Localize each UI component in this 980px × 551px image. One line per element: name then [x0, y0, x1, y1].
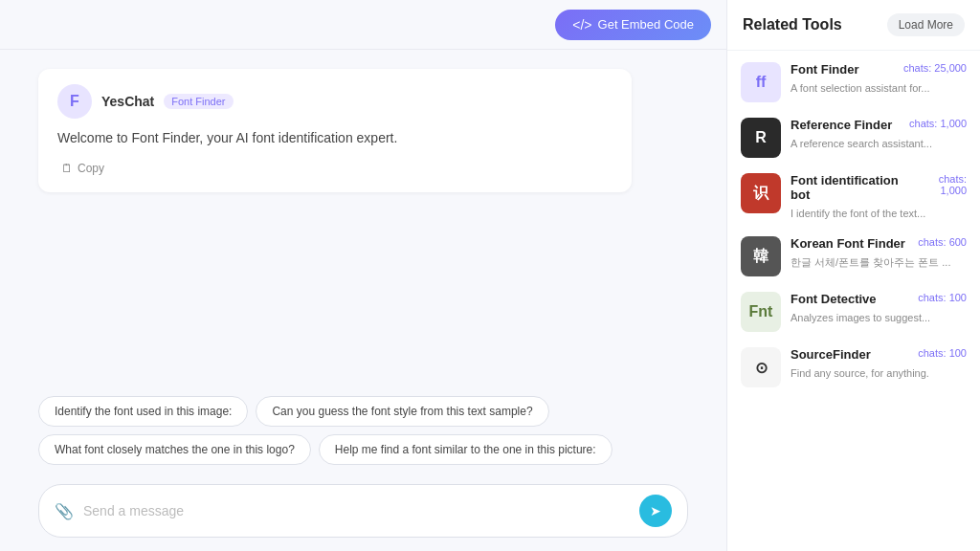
input-box: 📎 ➤	[38, 484, 688, 538]
tool-chats-4: chats: 100	[918, 292, 967, 303]
tool-desc-5: Find any source, for anything.	[791, 367, 929, 379]
suggestion-chip-2-label: What font closely matches the one in thi…	[55, 443, 295, 456]
tool-info-1: Reference Finder chats: 1,000 A referenc…	[791, 118, 967, 151]
tool-desc-1: A reference search assistant...	[791, 138, 932, 149]
tool-name-2: Font identification bot	[791, 173, 913, 202]
tool-avatar-1: R	[741, 118, 781, 158]
copy-button[interactable]: 🗒 Copy	[57, 160, 108, 177]
tool-chats-0: chats: 25,000	[903, 62, 967, 74]
tool-info-0: Font Finder chats: 25,000 A font selecti…	[791, 62, 967, 96]
sidebar-header: Related Tools Load More	[727, 0, 980, 51]
suggestions-area: Identify the font used in this image: Ca…	[0, 386, 726, 474]
tool-desc-0: A font selection assistant for...	[791, 82, 930, 94]
suggestion-chip-1-label: Can you guess the font style from this t…	[272, 405, 532, 418]
tool-desc-2: I identify the font of the text...	[791, 208, 925, 219]
tool-avatar-2: 识	[741, 173, 781, 213]
tool-info-2: Font identification bot chats: 1,000 I i…	[791, 173, 967, 221]
suggestion-chip-1[interactable]: Can you guess the font style from this t…	[256, 396, 548, 427]
send-button[interactable]: ➤	[639, 495, 672, 527]
embed-code-button[interactable]: </> Get Embed Code	[555, 10, 711, 40]
top-bar: </> Get Embed Code	[0, 0, 726, 50]
suggestion-chip-0[interactable]: Identify the font used in this image:	[38, 396, 248, 427]
load-more-button[interactable]: Load More	[887, 13, 965, 36]
welcome-message-block: F YesChat Font Finder Welcome to Font Fi…	[38, 69, 632, 192]
copy-label: Copy	[78, 162, 104, 175]
tool-item-5[interactable]: ⊙ SourceFinder chats: 100 Find any sourc…	[727, 340, 980, 395]
bot-name-tag: Font Finder	[164, 94, 233, 109]
tool-avatar-3: 韓	[741, 236, 781, 276]
tool-info-3: Korean Font Finder chats: 600 한글 서체/폰트를 …	[791, 236, 967, 270]
tool-item-4[interactable]: Fnt Font Detective chats: 100 Analyzes i…	[727, 284, 980, 340]
embed-button-label: Get Embed Code	[598, 17, 694, 32]
chat-container: F YesChat Font Finder Welcome to Font Fi…	[0, 50, 726, 386]
tool-item-2[interactable]: 识 Font identification bot chats: 1,000 I…	[727, 165, 980, 229]
send-icon: ➤	[650, 503, 661, 518]
tool-chats-2: chats: 1,000	[913, 173, 967, 196]
tool-name-0: Font Finder	[791, 62, 859, 77]
tool-chats-3: chats: 600	[918, 236, 967, 248]
suggestion-chip-0-label: Identify the font used in this image:	[55, 405, 232, 418]
tool-chats-5: chats: 100	[918, 347, 967, 359]
bot-avatar: F	[57, 84, 92, 119]
tool-info-4: Font Detective chats: 100 Analyzes image…	[791, 292, 967, 325]
suggestion-chip-3[interactable]: Help me find a font similar to the one i…	[319, 434, 612, 465]
sidebar-title: Related Tools	[743, 16, 842, 33]
suggestion-chip-2[interactable]: What font closely matches the one in thi…	[38, 434, 311, 465]
bot-platform-name: YesChat	[101, 94, 154, 109]
suggestion-chip-3-label: Help me find a font similar to the one i…	[335, 443, 596, 456]
copy-icon: 🗒	[61, 162, 73, 175]
tool-item-1[interactable]: R Reference Finder chats: 1,000 A refere…	[727, 110, 980, 165]
tool-desc-3: 한글 서체/폰트를 찾아주는 폰트 ...	[791, 256, 950, 268]
load-more-label: Load More	[899, 18, 953, 32]
input-area: 📎 ➤	[0, 474, 726, 551]
tool-item-3[interactable]: 韓 Korean Font Finder chats: 600 한글 서체/폰트…	[727, 229, 980, 284]
tool-item-0[interactable]: ff Font Finder chats: 25,000 A font sele…	[727, 55, 980, 110]
main-chat-area: </> Get Embed Code F YesChat Font Finder…	[0, 0, 726, 551]
tool-desc-4: Analyzes images to suggest...	[791, 312, 930, 323]
attachment-icon[interactable]: 📎	[55, 502, 74, 520]
tool-list: ff Font Finder chats: 25,000 A font sele…	[727, 51, 980, 551]
tool-info-5: SourceFinder chats: 100 Find any source,…	[791, 347, 967, 381]
message-header: F YesChat Font Finder	[57, 84, 612, 119]
tool-name-4: Font Detective	[791, 292, 877, 306]
tool-name-5: SourceFinder	[791, 347, 871, 362]
tool-avatar-0: ff	[741, 62, 781, 102]
chat-input[interactable]	[83, 503, 630, 518]
tool-avatar-4: Fnt	[741, 292, 781, 332]
bot-initial: F	[70, 93, 79, 110]
tool-name-1: Reference Finder	[791, 118, 892, 132]
tool-name-3: Korean Font Finder	[791, 236, 905, 251]
welcome-text: Welcome to Font Finder, your AI font ide…	[57, 128, 612, 148]
sidebar: Related Tools Load More ff Font Finder c…	[726, 0, 980, 551]
embed-icon: </>	[572, 17, 591, 33]
tool-avatar-5: ⊙	[741, 347, 781, 387]
tool-chats-1: chats: 1,000	[909, 118, 967, 129]
